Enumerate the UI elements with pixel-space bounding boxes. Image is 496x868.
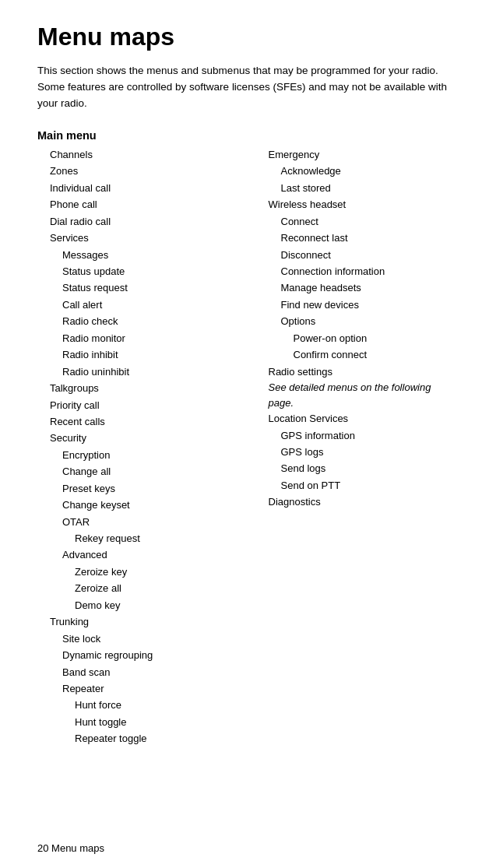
menu-item: Zeroize all	[37, 580, 241, 596]
page-title: Menu maps	[37, 23, 459, 51]
page-footer: 20 Menu maps	[37, 842, 104, 854]
menu-item: Messages	[37, 247, 241, 263]
menu-item: GPS logs	[256, 444, 459, 460]
menu-item: Radio monitor	[37, 330, 241, 346]
menu-item: Encryption	[37, 447, 241, 463]
menu-item: Demo key	[37, 597, 241, 613]
menu-item: Zones	[37, 163, 241, 179]
menu-item: Trunking	[37, 613, 241, 630]
menu-item: Services	[37, 230, 241, 246]
menu-item: Location Services	[256, 410, 459, 427]
menu-item: Acknowledge	[256, 163, 459, 179]
menu-item: Manage headsets	[256, 279, 459, 296]
menu-item: Power-on option	[256, 330, 459, 346]
menu-item: See detailed menus on the following page…	[256, 380, 459, 410]
menu-item: Find new devices	[256, 297, 459, 313]
menu-item: Phone call	[37, 196, 241, 213]
menu-item: Call alert	[37, 297, 241, 313]
menu-item: Rekey request	[37, 530, 241, 546]
menu-item: Radio uninhibit	[37, 364, 241, 380]
menu-item: Band scan	[37, 664, 241, 680]
menu-item: Radio check	[37, 313, 241, 329]
menu-item: Hunt toggle	[37, 714, 241, 730]
menu-item: Connect	[256, 213, 459, 230]
menu-item: Dial radio call	[37, 213, 241, 230]
menu-item: Status request	[37, 279, 241, 296]
menu-item: Last stored	[256, 180, 459, 196]
menu-item: Confirm connect	[256, 346, 459, 363]
menu-item: Diagnostics	[256, 494, 459, 510]
menu-item: Connection information	[256, 263, 459, 279]
main-menu-label: Main menu	[37, 129, 459, 142]
menu-item: Change all	[37, 463, 241, 480]
menu-item: Talkgroups	[37, 380, 241, 396]
menu-item: Options	[256, 313, 459, 329]
menu-item: Reconnect last	[256, 230, 459, 246]
menu-item: Site lock	[37, 631, 241, 647]
menu-item: Zeroize key	[37, 564, 241, 580]
right-column: EmergencyAcknowledgeLast storedWireless …	[248, 146, 459, 747]
menu-item: GPS information	[256, 427, 459, 444]
menu-columns: ChannelsZonesIndividual callPhone callDi…	[37, 146, 459, 747]
menu-item: Recent calls	[37, 413, 241, 430]
menu-item: Radio inhibit	[37, 346, 241, 363]
menu-item: Priority call	[37, 397, 241, 413]
page-container: Menu maps This section shows the menus a…	[0, 0, 496, 778]
left-column: ChannelsZonesIndividual callPhone callDi…	[37, 146, 248, 747]
menu-item: Repeater	[37, 680, 241, 697]
menu-item: Status update	[37, 263, 241, 279]
intro-text: This section shows the menus and submenu…	[37, 63, 459, 112]
menu-item: Hunt force	[37, 697, 241, 713]
menu-item: Wireless headset	[256, 196, 459, 213]
menu-item: Emergency	[256, 146, 459, 163]
menu-item: Disconnect	[256, 247, 459, 263]
menu-item: Individual call	[37, 180, 241, 196]
menu-item: Security	[37, 430, 241, 446]
menu-item: Radio settings	[256, 364, 459, 380]
menu-item: Repeater toggle	[37, 730, 241, 747]
menu-item: Change keyset	[37, 497, 241, 513]
menu-item: OTAR	[37, 514, 241, 530]
menu-item: Advanced	[37, 546, 241, 563]
menu-item: Preset keys	[37, 480, 241, 497]
menu-item: Channels	[37, 146, 241, 163]
menu-item: Dynamic regrouping	[37, 647, 241, 663]
menu-item: Send logs	[256, 460, 459, 476]
menu-item: Send on PTT	[256, 477, 459, 494]
